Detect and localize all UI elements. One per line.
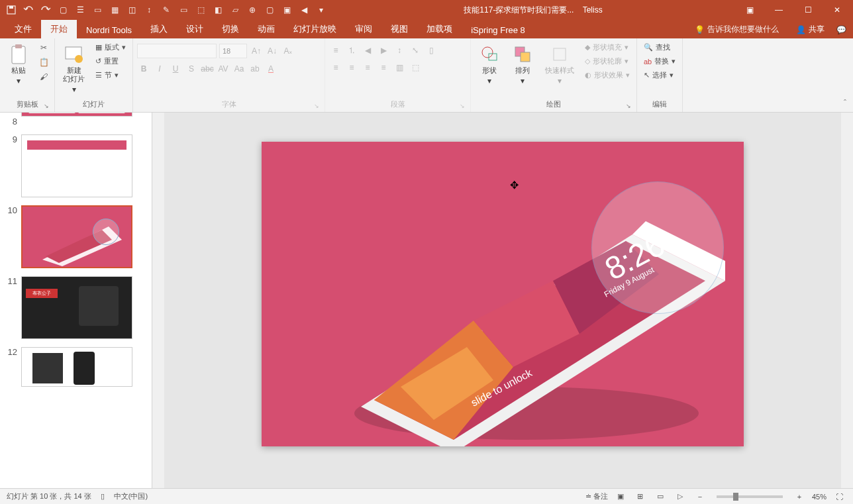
- qat-item-7[interactable]: ▦: [109, 4, 121, 16]
- qat-item-18[interactable]: ◀: [298, 4, 310, 16]
- zoom-level[interactable]: 45%: [812, 493, 827, 501]
- decrease-font-icon[interactable]: A↓: [266, 44, 279, 58]
- slide-thumbnail-12[interactable]: 12: [0, 343, 152, 391]
- case-icon[interactable]: Aa: [232, 62, 246, 76]
- replace-button[interactable]: ab替换▾: [641, 55, 678, 68]
- thumbnail-scrollbar[interactable]: [152, 113, 164, 488]
- qat-item-13[interactable]: ◧: [212, 4, 224, 16]
- align-center-icon[interactable]: ≡: [345, 61, 358, 74]
- columns-icon[interactable]: ▥: [393, 61, 406, 74]
- layout-button[interactable]: ▦版式▾: [93, 41, 128, 54]
- tab-ispring[interactable]: iSpring Free 8: [462, 22, 534, 38]
- maximize-icon[interactable]: ☐: [797, 3, 819, 17]
- tab-slideshow[interactable]: 幻灯片放映: [284, 20, 346, 38]
- align-text-icon[interactable]: ▯: [425, 44, 438, 57]
- zoom-slider[interactable]: [717, 495, 783, 498]
- normal-view-icon[interactable]: ▣: [613, 491, 628, 503]
- select-button[interactable]: ↖选择▾: [641, 69, 678, 81]
- qat-item-16[interactable]: ▢: [264, 4, 276, 16]
- qat-item-4[interactable]: ▢: [57, 4, 69, 16]
- new-slide-button[interactable]: 新建 幻灯片 ▾: [59, 41, 89, 97]
- font-family-select[interactable]: [137, 44, 217, 58]
- spacing-icon[interactable]: AV: [217, 62, 230, 76]
- slide-thumbnail-9[interactable]: 9: [0, 130, 152, 201]
- tab-nordri[interactable]: Nordri Tools: [77, 22, 141, 38]
- strike-icon[interactable]: abc: [201, 62, 214, 76]
- magnifier-circle[interactable]: [591, 181, 724, 314]
- share-button[interactable]: 👤 共享: [796, 24, 825, 35]
- paste-button[interactable]: 粘贴 ▾: [4, 41, 33, 88]
- quick-styles-button[interactable]: 快速样式▾: [541, 41, 578, 88]
- notes-button[interactable]: ≐ 备注: [585, 491, 608, 501]
- sorter-view-icon[interactable]: ⊞: [633, 491, 648, 503]
- format-painter-icon[interactable]: 🖌: [37, 70, 50, 83]
- cut-icon[interactable]: ✂: [37, 41, 50, 54]
- line-spacing-icon[interactable]: ↕: [393, 44, 406, 57]
- qat-item-9[interactable]: ↕: [143, 4, 155, 16]
- slideshow-view-icon[interactable]: ▷: [673, 491, 687, 503]
- bold-icon[interactable]: B: [137, 62, 150, 76]
- dialog-launcher-icon[interactable]: ↘: [460, 103, 465, 109]
- undo-icon[interactable]: [23, 4, 34, 16]
- zoom-in-icon[interactable]: +: [792, 491, 807, 503]
- tab-insert[interactable]: 插入: [141, 20, 177, 38]
- dialog-launcher-icon[interactable]: ↘: [626, 103, 631, 109]
- qat-item-12[interactable]: ⬚: [195, 4, 207, 16]
- qat-item-17[interactable]: ▣: [281, 4, 293, 16]
- slide-canvas[interactable]: 8:26 Friday 9 August slide to unlock ✥: [164, 113, 841, 488]
- qat-item-11[interactable]: ▭: [177, 4, 189, 16]
- collapse-ribbon-icon[interactable]: ˆ: [844, 99, 846, 108]
- text-direction-icon[interactable]: ⤡: [409, 44, 422, 57]
- tab-review[interactable]: 审阅: [346, 20, 381, 38]
- minimize-icon[interactable]: —: [768, 3, 789, 17]
- current-slide[interactable]: 8:26 Friday 9 August slide to unlock ✥: [262, 142, 744, 446]
- save-icon[interactable]: [5, 4, 17, 16]
- tab-design[interactable]: 设计: [177, 20, 213, 38]
- tab-view[interactable]: 视图: [381, 20, 417, 38]
- shadow-icon[interactable]: S: [185, 62, 198, 76]
- tab-addins[interactable]: 加载项: [417, 20, 462, 38]
- find-button[interactable]: 🔍查找: [641, 41, 678, 54]
- language-indicator[interactable]: 中文(中国): [114, 491, 148, 501]
- tab-animations[interactable]: 动画: [248, 20, 284, 38]
- redo-icon[interactable]: [40, 4, 52, 16]
- spell-check-icon[interactable]: ▯: [101, 492, 105, 501]
- slide-thumbnail-8[interactable]: 8: [0, 113, 152, 130]
- canvas-scrollbar[interactable]: [841, 113, 853, 488]
- dialog-launcher-icon[interactable]: ↘: [314, 103, 319, 109]
- italic-icon[interactable]: I: [153, 62, 166, 76]
- tab-file[interactable]: 文件: [5, 20, 41, 38]
- increase-font-icon[interactable]: A↑: [250, 44, 263, 58]
- font-size-select[interactable]: [219, 44, 247, 58]
- clear-format-icon[interactable]: Aₓ: [281, 44, 295, 58]
- fit-window-icon[interactable]: ⛶: [832, 491, 846, 503]
- indent-inc-icon[interactable]: ▶: [377, 44, 390, 57]
- tab-transitions[interactable]: 切换: [213, 20, 248, 38]
- highlight-icon[interactable]: ab: [248, 62, 262, 76]
- arrange-button[interactable]: 排列▾: [508, 41, 537, 88]
- qat-dropdown-icon[interactable]: ▾: [315, 4, 327, 16]
- slide-thumbnail-11[interactable]: 11 布衣公子: [0, 272, 152, 343]
- qat-item-8[interactable]: ◫: [126, 4, 138, 16]
- qat-item-15[interactable]: ⊕: [246, 4, 258, 16]
- qat-item-10[interactable]: ✎: [160, 4, 172, 16]
- close-icon[interactable]: ✕: [827, 3, 848, 17]
- qat-item-6[interactable]: ▭: [91, 4, 103, 16]
- thumbnail-panel[interactable]: 8 9 10 11 布衣公子: [0, 113, 152, 488]
- font-color-icon[interactable]: A: [264, 62, 277, 76]
- reset-button[interactable]: ↺重置: [93, 55, 128, 68]
- qat-item-14[interactable]: ▱: [229, 4, 241, 16]
- comments-icon[interactable]: 💬: [836, 25, 846, 34]
- copy-icon[interactable]: 📋: [37, 56, 50, 69]
- shape-outline-button[interactable]: ◇形状轮廓▾: [582, 55, 632, 68]
- ribbon-display-icon[interactable]: ▣: [739, 3, 760, 17]
- tab-home[interactable]: 开始: [41, 20, 77, 38]
- indent-dec-icon[interactable]: ◀: [361, 44, 374, 57]
- align-left-icon[interactable]: ≡: [329, 61, 342, 74]
- dialog-launcher-icon[interactable]: ↘: [44, 103, 49, 109]
- section-button[interactable]: ☰节▾: [93, 69, 128, 81]
- smartart-icon[interactable]: ⬚: [409, 61, 422, 74]
- tell-me[interactable]: 💡 告诉我你想要做什么: [695, 24, 779, 35]
- shape-fill-button[interactable]: ◆形状填充▾: [582, 41, 632, 54]
- reading-view-icon[interactable]: ▭: [653, 491, 668, 503]
